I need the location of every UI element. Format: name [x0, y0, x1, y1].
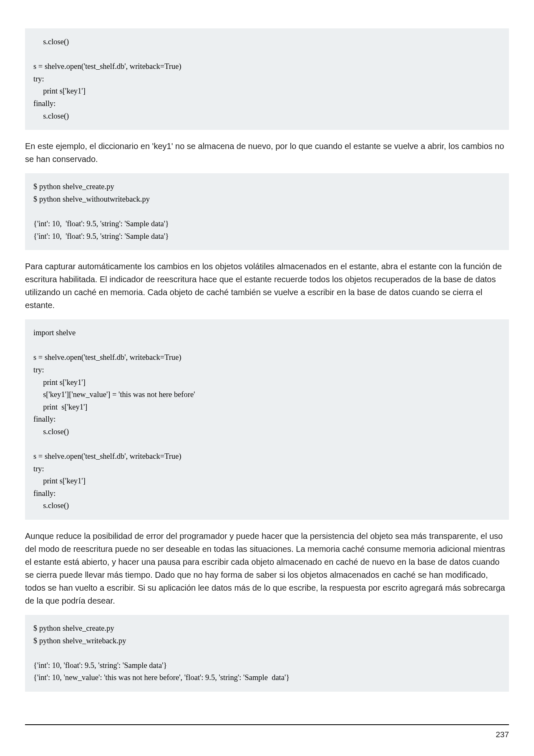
code-block-2: $ python shelve_create.py $ python shelv… — [25, 173, 509, 250]
code-block-1: s.close() s = shelve.open('test_shelf.db… — [25, 28, 509, 130]
code-block-3: import shelve s = shelve.open('test_shel… — [25, 319, 509, 520]
paragraph-3: Aunque reduce la posibilidad de error de… — [25, 530, 509, 607]
paragraph-1: En este ejemplo, el diccionario en 'key1… — [25, 140, 509, 166]
footer-rule — [25, 724, 509, 725]
page-number: 237 — [25, 730, 509, 739]
paragraph-2: Para capturar automáticamente los cambio… — [25, 260, 509, 312]
code-block-4: $ python shelve_create.py $ python shelv… — [25, 615, 509, 692]
page-footer: 237 — [25, 724, 509, 739]
